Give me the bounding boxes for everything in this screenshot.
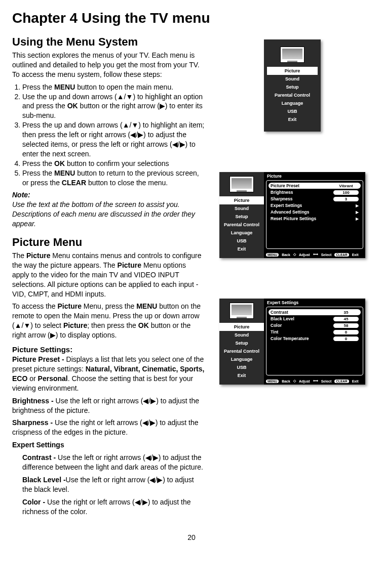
picture-settings-title: Picture Settings:: [12, 345, 205, 354]
chevron-right-icon: ▶: [356, 210, 359, 215]
step-1: Press the MENU button to open the main m…: [22, 82, 205, 92]
sidebar-item-setup[interactable]: Setup: [219, 339, 264, 347]
diagram-expert-panel: Picture Sound Setup Parental Control Lan…: [219, 299, 365, 385]
tv-icon: [229, 303, 254, 319]
sidebar-item-setup[interactable]: Setup: [267, 83, 318, 91]
intro-text: This section explores the menus of your …: [12, 51, 205, 79]
leftright-icon: ⟷: [313, 379, 318, 383]
sidebar-item-setup[interactable]: Setup: [219, 213, 264, 221]
sidebar-item-picture[interactable]: Picture: [219, 323, 264, 331]
sidebar-item-picture[interactable]: Picture: [219, 196, 264, 204]
sidebar-item-parental[interactable]: Parental Control: [219, 347, 264, 355]
row-picture-preset[interactable]: Picture PresetVibrant: [269, 183, 361, 189]
clear-pill: CLEAR: [334, 253, 349, 257]
row-color[interactable]: Color58: [269, 322, 361, 328]
row-expert-settings[interactable]: Expert Settings▶: [269, 202, 361, 208]
note-body: Use the text at the bottom of the screen…: [12, 200, 205, 229]
panel-footer: MENUBack ◇Adjust ⟷Select CLEARExit: [264, 377, 365, 385]
page-number: 20: [12, 533, 371, 541]
step-2: Use the up and down arrows (▲/▼) to high…: [22, 92, 205, 121]
black-level-para: Black Level -Use the left or right arrow…: [22, 475, 205, 494]
sidebar-item-parental[interactable]: Parental Control: [267, 91, 318, 99]
updown-icon: ◇: [293, 379, 296, 383]
picture-panel: Picture Picture PresetVibrant Brightness…: [264, 172, 365, 258]
sidebar-item-sound[interactable]: Sound: [267, 75, 318, 83]
row-tint[interactable]: Tint0: [269, 329, 361, 335]
row-reset-picture[interactable]: Reset Picture Settings▶: [269, 216, 361, 222]
expert-settings-label: Expert Settings: [12, 440, 205, 450]
picture-preset-para: Picture Preset - Displays a list that le…: [12, 355, 205, 393]
panel-title: Picture: [264, 172, 365, 180]
menu-pill: MENU: [266, 380, 279, 383]
tv-icon: [280, 47, 304, 63]
sharpness-para: Sharpness - Use the right or left arrows…: [12, 418, 205, 437]
chevron-right-icon: ▶: [356, 217, 359, 221]
row-sharpness[interactable]: Sharpness3: [269, 196, 361, 202]
steps-list: Press the MENU button to open the main m…: [12, 82, 205, 188]
chapter-title: Chapter 4 Using the TV menu: [12, 10, 371, 26]
color-para: Color - Use the right or left arrows (◀/…: [22, 497, 205, 517]
sidebar-item-picture[interactable]: Picture: [267, 67, 318, 75]
section-picture-menu: Picture Menu: [12, 236, 205, 249]
row-advanced-settings[interactable]: Advanced Settings▶: [269, 209, 361, 215]
diagram-main-menu: Picture Sound Setup Parental Control Lan…: [264, 39, 321, 132]
panel-footer: MENUBack ◇Adjust ⟷Select CLEARExit: [264, 251, 365, 258]
note-label: Note:: [12, 190, 205, 200]
row-black-level[interactable]: Black Level45: [269, 316, 361, 322]
menu-pill: MENU: [266, 253, 279, 257]
row-contrast[interactable]: Contrast35: [269, 309, 361, 315]
sidebar-item-parental[interactable]: Parental Control: [219, 221, 264, 229]
panel-title: Expert Settings: [264, 299, 365, 307]
chevron-right-icon: ▶: [356, 203, 359, 208]
menu-sidebar: Picture Sound Setup Parental Control Lan…: [267, 43, 318, 129]
picture-menu-para-2: To access the Picture Menu, press the ME…: [12, 302, 205, 340]
sidebar-item-sound[interactable]: Sound: [219, 204, 264, 213]
step-3: Press the up and down arrows (▲/▼) to hi…: [22, 120, 205, 159]
sidebar-item-language[interactable]: Language: [219, 229, 264, 237]
step-4: Press the OK button to confirm your sele…: [22, 159, 205, 169]
sidebar-item-exit[interactable]: Exit: [219, 371, 264, 380]
clear-pill: CLEAR: [334, 380, 349, 383]
picture-menu-para-1: The Picture Menu contains menus and cont…: [12, 251, 205, 299]
diagram-picture-panel: Picture Sound Setup Parental Control Lan…: [219, 172, 365, 258]
sidebar-item-usb[interactable]: USB: [219, 363, 264, 371]
row-brightness[interactable]: Brightness100: [269, 189, 361, 195]
section-using-menu-system: Using the Menu System: [12, 35, 205, 49]
sidebar-item-sound[interactable]: Sound: [219, 331, 264, 339]
brightness-para: Brightness - Use the left or right arrow…: [12, 396, 205, 415]
sidebar-item-language[interactable]: Language: [267, 99, 318, 107]
step-5: Press the MENU button to return to the p…: [22, 169, 205, 188]
leftright-icon: ⟷: [313, 253, 318, 257]
contrast-para: Contrast - Use the left or right arrows …: [22, 453, 205, 472]
sidebar-item-usb[interactable]: USB: [219, 237, 264, 245]
sidebar-item-exit[interactable]: Exit: [267, 115, 318, 123]
sidebar-item-usb[interactable]: USB: [267, 107, 318, 115]
tv-icon: [229, 176, 254, 192]
sidebar-item-language[interactable]: Language: [219, 355, 264, 363]
updown-icon: ◇: [293, 253, 296, 257]
sidebar-item-exit[interactable]: Exit: [219, 245, 264, 253]
expert-panel: Expert Settings Contrast35 Black Level45…: [264, 299, 365, 385]
row-color-temp[interactable]: Color Temperature0: [269, 335, 361, 342]
